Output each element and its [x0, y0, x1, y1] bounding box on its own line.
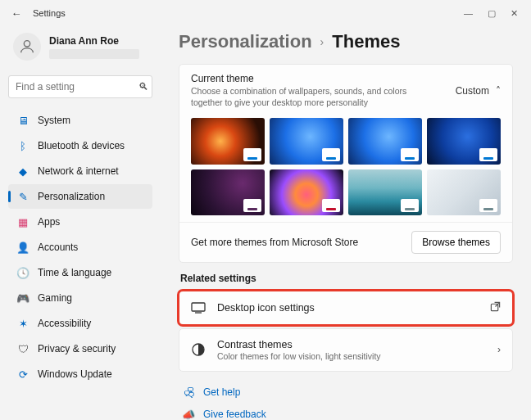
sidebar-item-privacy-security[interactable]: 🛡Privacy & security	[8, 336, 152, 361]
search-input[interactable]	[16, 81, 138, 93]
desktop-icon	[191, 302, 206, 314]
nav-icon: ✶	[16, 317, 30, 330]
nav-icon: ◆	[16, 165, 30, 178]
close-button[interactable]: ✕	[511, 8, 518, 19]
nav-icon: ⟳	[16, 368, 30, 381]
row-desc: Color themes for low vision, light sensi…	[217, 351, 381, 361]
nav-label: Network & internet	[38, 165, 119, 177]
avatar-icon	[13, 33, 41, 61]
search-box[interactable]: 🔍︎	[8, 75, 152, 98]
theme-thumbnail[interactable]	[427, 169, 501, 215]
nav-icon: 🖥	[16, 114, 30, 127]
nav-icon: 🕓	[16, 266, 30, 279]
open-external-icon	[490, 301, 501, 314]
nav-label: Bluetooth & devices	[38, 140, 125, 151]
nav-icon: 🎮	[16, 291, 30, 305]
sidebar-item-apps[interactable]: ▦Apps	[8, 210, 152, 234]
sidebar-item-accessibility[interactable]: ✶Accessibility	[8, 311, 152, 336]
minimize-button[interactable]: ―	[464, 8, 473, 19]
nav-icon: ✎	[16, 190, 30, 203]
row-title: Desktop icon settings	[217, 302, 315, 314]
nav-label: Windows Update	[38, 368, 112, 380]
sidebar-item-accounts[interactable]: 👤Accounts	[8, 235, 152, 260]
chevron-right-icon: ›	[497, 344, 501, 355]
theme-accent-preview	[401, 148, 419, 161]
theme-accent-preview	[243, 148, 261, 161]
card-title: Current theme	[191, 73, 437, 84]
get-help-link[interactable]: 🗫 Get help	[179, 382, 513, 404]
row-title: Contrast themes	[217, 339, 381, 350]
breadcrumb-parent[interactable]: Personalization	[179, 31, 312, 52]
theme-thumbnail[interactable]	[348, 169, 422, 215]
user-name: Diana Ann Roe	[49, 35, 139, 47]
nav-icon: 🛡	[16, 342, 30, 355]
svg-point-0	[24, 41, 30, 47]
current-theme-card: Current theme Choose a combination of wa…	[179, 64, 513, 263]
sidebar-item-time-language[interactable]: 🕓Time & language	[8, 260, 152, 285]
nav-label: Privacy & security	[38, 343, 116, 355]
nav-label: System	[38, 115, 70, 126]
theme-accent-preview	[401, 199, 419, 212]
nav-label: Time & language	[38, 267, 111, 278]
theme-accent-preview	[479, 148, 497, 161]
sidebar-item-windows-update[interactable]: ⟳Windows Update	[8, 362, 152, 386]
nav-icon: 👤	[16, 241, 30, 254]
theme-thumbnail[interactable]	[348, 118, 422, 164]
breadcrumb: Personalization › Themes	[179, 31, 513, 52]
contrast-icon	[191, 343, 206, 356]
card-desc: Choose a combination of wallpapers, soun…	[191, 86, 437, 108]
nav-label: Accounts	[38, 242, 78, 253]
theme-thumbnail[interactable]	[191, 169, 265, 215]
theme-accent-preview	[322, 148, 340, 161]
search-icon: 🔍︎	[138, 81, 148, 93]
sidebar-item-personalization[interactable]: ✎Personalization	[8, 184, 152, 209]
chevron-right-icon: ›	[320, 35, 324, 48]
window-title: Settings	[33, 8, 66, 18]
nav-icon: ᛒ	[16, 139, 30, 152]
expand-theme[interactable]: Custom ˄	[456, 73, 501, 108]
store-text: Get more themes from Microsoft Store	[191, 237, 358, 248]
chevron-up-icon: ˄	[496, 85, 501, 97]
nav-label: Gaming	[38, 292, 72, 304]
svg-rect-1	[192, 303, 205, 311]
theme-accent-preview	[243, 199, 261, 212]
theme-thumbnail[interactable]	[427, 118, 501, 164]
theme-accent-preview	[322, 199, 340, 212]
settings-row-contrast-themes[interactable]: Contrast themesColor themes for low visi…	[179, 328, 513, 372]
nav-label: Apps	[38, 216, 60, 228]
user-email-redacted	[49, 49, 139, 59]
theme-thumbnail[interactable]	[191, 118, 265, 164]
maximize-button[interactable]: ▢	[488, 8, 496, 19]
sidebar-item-system[interactable]: 🖥System	[8, 108, 152, 133]
page-title: Themes	[332, 31, 400, 52]
theme-accent-preview	[479, 199, 497, 212]
settings-row-desktop-icon-settings[interactable]: Desktop icon settings	[179, 291, 513, 325]
browse-themes-button[interactable]: Browse themes	[411, 231, 501, 254]
feedback-icon: 📣	[182, 409, 195, 420]
theme-thumbnail[interactable]	[270, 169, 343, 215]
back-button[interactable]: ←	[7, 7, 26, 20]
help-icon: 🗫	[182, 386, 195, 399]
nav-label: Personalization	[38, 191, 105, 202]
nav-label: Accessibility	[38, 318, 91, 329]
give-feedback-link[interactable]: 📣 Give feedback	[179, 404, 513, 420]
sidebar-item-gaming[interactable]: 🎮Gaming	[8, 286, 152, 310]
sidebar-item-bluetooth-devices[interactable]: ᛒBluetooth & devices	[8, 133, 152, 158]
theme-thumbnail[interactable]	[270, 118, 343, 164]
related-settings-title: Related settings	[180, 273, 513, 284]
user-account[interactable]: Diana Ann Roe	[8, 29, 152, 69]
sidebar-item-network-internet[interactable]: ◆Network & internet	[8, 159, 152, 183]
nav-icon: ▦	[16, 215, 30, 228]
